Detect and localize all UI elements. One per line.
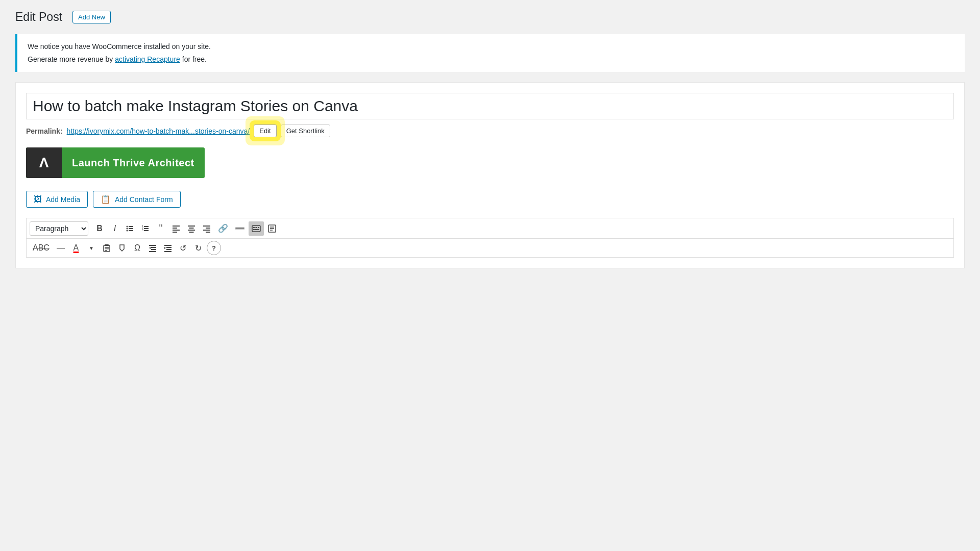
insert-link-button[interactable]: 🔗 [215, 221, 231, 236]
svg-rect-27 [253, 227, 255, 228]
svg-point-3 [127, 226, 128, 227]
contact-form-icon: 📋 [101, 194, 111, 204]
horizontal-rule-button[interactable]: — [54, 241, 68, 255]
help-button[interactable]: ? [207, 241, 221, 255]
special-char-button[interactable]: Ω [130, 241, 144, 255]
launch-thrive-button[interactable]: Λ Launch Thrive Architect [26, 147, 205, 178]
svg-rect-23 [206, 232, 210, 233]
svg-rect-39 [105, 247, 109, 248]
post-editor: Permalink: https://ivorymix.com/how-to-b… [15, 82, 965, 268]
svg-rect-45 [151, 249, 156, 250]
text-color-dropdown-button[interactable]: ▼ [84, 241, 99, 255]
svg-rect-16 [188, 226, 195, 227]
bold-button[interactable]: B [92, 221, 107, 236]
svg-rect-22 [203, 230, 210, 231]
permalink-url[interactable]: https://ivorymix.com/how-to-batch-mak...… [67, 127, 250, 135]
svg-rect-17 [189, 228, 194, 229]
permalink-edit-button[interactable]: Edit [254, 124, 276, 137]
notice-text2: Generate more revenue by [28, 55, 115, 63]
add-contact-label: Add Contact Form [115, 195, 173, 204]
thrive-logo-icon: Λ [39, 155, 49, 171]
svg-rect-49 [166, 247, 172, 248]
svg-rect-20 [203, 226, 210, 227]
add-media-button[interactable]: 🖼 Add Media [26, 191, 88, 208]
svg-text:3: 3 [142, 229, 143, 232]
svg-rect-13 [173, 228, 177, 229]
add-media-icon: 🖼 [34, 195, 42, 204]
svg-rect-18 [188, 230, 195, 231]
align-right-button[interactable] [200, 221, 214, 236]
distraction-free-button[interactable] [265, 221, 279, 236]
add-media-label: Add Media [46, 195, 80, 204]
svg-marker-52 [164, 247, 166, 249]
svg-rect-41 [105, 250, 107, 251]
indent-button[interactable] [161, 241, 175, 255]
add-contact-form-button[interactable]: 📋 Add Contact Form [93, 191, 181, 208]
toolbar-row1: Paragraph Heading 1 Heading 2 Heading 3 … [26, 218, 954, 238]
clear-formatting-button[interactable] [115, 241, 129, 255]
media-buttons-row: 🖼 Add Media 📋 Add Contact Form [26, 191, 954, 208]
strikethrough-button[interactable]: ABC [30, 241, 53, 255]
align-center-button[interactable] [184, 221, 199, 236]
svg-marker-47 [149, 247, 151, 249]
paste-text-button[interactable] [100, 241, 114, 255]
svg-rect-12 [173, 226, 180, 227]
svg-rect-8 [144, 230, 149, 231]
italic-button[interactable]: I [108, 221, 122, 236]
page-title: Edit Post [15, 10, 62, 24]
svg-rect-21 [206, 228, 210, 229]
svg-rect-50 [166, 249, 172, 250]
svg-rect-40 [105, 248, 109, 249]
keyboard-shortcuts-button[interactable] [249, 221, 264, 236]
svg-rect-30 [253, 229, 255, 230]
svg-rect-44 [151, 247, 156, 248]
svg-rect-25 [235, 230, 244, 230]
svg-rect-1 [129, 228, 133, 229]
svg-marker-42 [120, 245, 124, 251]
svg-rect-15 [173, 232, 177, 233]
outdent-button[interactable] [145, 241, 160, 255]
toolbar-row2: ABC — A ▼ Ω ↺ ↻ ? [26, 238, 954, 258]
post-title-input[interactable] [26, 93, 954, 119]
notice-text3: for free. [180, 55, 207, 63]
notice-text1: We notice you have WooCommerce installed… [28, 42, 211, 51]
woocommerce-notice: We notice you have WooCommerce installed… [15, 34, 965, 72]
svg-rect-6 [144, 226, 149, 227]
svg-rect-14 [173, 230, 180, 231]
permalink-row: Permalink: https://ivorymix.com/how-to-b… [26, 124, 954, 137]
read-more-button[interactable] [232, 221, 248, 236]
add-new-button[interactable]: Add New [72, 11, 111, 23]
svg-rect-51 [164, 251, 172, 252]
thrive-label: Launch Thrive Architect [62, 157, 205, 169]
svg-rect-26 [252, 226, 260, 232]
align-left-button[interactable] [169, 221, 183, 236]
ordered-list-button[interactable]: 123 [138, 221, 153, 236]
permalink-label: Permalink: [26, 127, 63, 135]
svg-point-5 [127, 230, 128, 231]
svg-rect-31 [255, 229, 258, 230]
svg-rect-32 [258, 229, 259, 230]
unordered-list-button[interactable] [123, 221, 137, 236]
svg-rect-0 [129, 226, 133, 227]
blockquote-button[interactable]: " [154, 220, 168, 236]
get-shortlink-button[interactable]: Get Shortlink [281, 124, 330, 137]
thrive-icon-area: Λ [26, 147, 62, 178]
svg-rect-2 [129, 230, 133, 231]
svg-rect-29 [258, 227, 259, 228]
svg-rect-43 [149, 245, 156, 246]
redo-button[interactable]: ↻ [191, 241, 206, 255]
svg-rect-19 [189, 232, 194, 233]
svg-rect-28 [256, 227, 257, 228]
text-color-button[interactable]: A [69, 241, 83, 255]
svg-rect-46 [149, 251, 156, 252]
svg-rect-24 [235, 228, 244, 229]
svg-rect-48 [164, 245, 172, 246]
svg-point-4 [127, 228, 128, 229]
recapture-link[interactable]: activating Recapture [115, 55, 180, 63]
paragraph-format-select[interactable]: Paragraph Heading 1 Heading 2 Heading 3 … [30, 221, 88, 236]
undo-button[interactable]: ↺ [176, 241, 190, 255]
svg-rect-7 [144, 228, 149, 229]
